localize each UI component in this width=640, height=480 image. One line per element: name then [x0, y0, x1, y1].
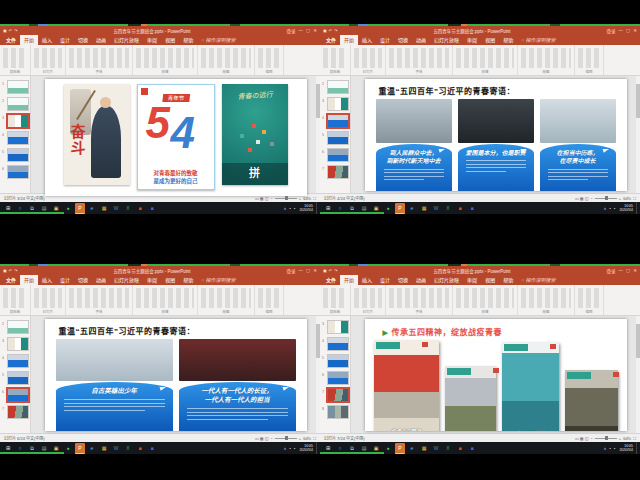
- taskbar-app-icon[interactable]: ■: [147, 443, 157, 453]
- taskbar-app-icon[interactable]: ●: [383, 443, 393, 453]
- zoom-in-button[interactable]: +: [299, 196, 301, 201]
- ribbon-group[interactable]: 字体: [66, 45, 133, 75]
- ribbon-group[interactable]: 段落: [133, 285, 198, 315]
- poster-fendou[interactable]: 奋斗: [64, 84, 130, 185]
- slide-thumbnail[interactable]: 4: [7, 354, 29, 368]
- taskbar-clock[interactable]: 10:052020/5/4: [299, 444, 313, 452]
- ribbon-tab[interactable]: 审阅: [463, 275, 481, 285]
- ribbon-controls[interactable]: [323, 288, 347, 308]
- ribbon-controls[interactable]: [3, 48, 27, 68]
- taskbar-app-icon[interactable]: ▦: [99, 203, 109, 213]
- ribbon-tab[interactable]: 动画: [92, 275, 110, 285]
- zoom-out-button[interactable]: −: [270, 196, 272, 201]
- slide-thumbnail[interactable]: 1: [7, 80, 29, 94]
- taskbar-app-icon[interactable]: W: [431, 443, 441, 453]
- ribbon-tab[interactable]: 开始: [340, 35, 358, 45]
- taskbar-app-icon[interactable]: W: [111, 203, 121, 213]
- show-desktop-button[interactable]: [636, 442, 639, 454]
- save-button[interactable]: ▣: [323, 268, 327, 273]
- taskbar-app-icon[interactable]: ■: [135, 203, 145, 213]
- fit-slide-button[interactable]: ⛶: [633, 436, 636, 441]
- ribbon-tab[interactable]: 动画: [412, 35, 430, 45]
- ribbon-group[interactable]: 绘图: [518, 285, 575, 315]
- ribbon-controls[interactable]: [354, 48, 382, 68]
- slide-thumbnail[interactable]: 6: [327, 148, 349, 162]
- ribbon-tab[interactable]: 动画: [412, 275, 430, 285]
- maximize-button[interactable]: ▢: [306, 28, 310, 33]
- ribbon-group[interactable]: 编辑: [575, 285, 604, 315]
- fit-slide-button[interactable]: ⛶: [633, 196, 636, 201]
- ribbon-group[interactable]: 剪贴板: [0, 45, 31, 75]
- ribbon-group[interactable]: 幻灯片: [351, 285, 386, 315]
- taskbar-app-icon[interactable]: P: [395, 203, 405, 214]
- undo-button[interactable]: ↶: [329, 268, 332, 273]
- zoom-slider[interactable]: [595, 198, 617, 199]
- save-button[interactable]: ▣: [3, 268, 7, 273]
- ribbon-controls[interactable]: [136, 48, 194, 68]
- slide-title[interactable]: 重温“五四百年”习近平的青春寄语：: [59, 325, 307, 336]
- vertical-scrollbar[interactable]: [636, 76, 640, 193]
- ribbon-tab[interactable]: 插入: [358, 275, 376, 285]
- ribbon-tab[interactable]: 幻灯片放映: [110, 35, 143, 45]
- sign-in-button[interactable]: 登录: [606, 268, 615, 274]
- ribbon-tab[interactable]: ○ 操作说明搜索: [517, 35, 559, 45]
- slide-thumbnail[interactable]: 3: [7, 114, 29, 128]
- ribbon-tab[interactable]: 设计: [376, 35, 394, 45]
- ribbon-tab[interactable]: ○ 操作说明搜索: [197, 275, 239, 285]
- ribbon-tab[interactable]: 审阅: [143, 275, 161, 285]
- quote-card[interactable]: 自古英雄出少年: [56, 339, 173, 431]
- ribbon-group[interactable]: 编辑: [255, 285, 284, 315]
- zoom-level[interactable]: 64%: [303, 436, 311, 441]
- ribbon-group[interactable]: 幻灯片: [351, 45, 386, 75]
- quote-card[interactable]: 一代人有一代人的长征， 一代人有一代人的担当: [179, 339, 296, 431]
- quote-card[interactable]: 在担当中历练， 在尽责中成长: [540, 99, 616, 191]
- ribbon-tab[interactable]: 开始: [340, 275, 358, 285]
- taskbar-app-icon[interactable]: ●: [63, 203, 73, 213]
- ribbon-tab[interactable]: 开始: [20, 35, 38, 45]
- slide-thumbnail[interactable]: 7: [327, 165, 349, 179]
- ribbon-tab[interactable]: 幻灯片放映: [430, 275, 463, 285]
- taskbar-app-icon[interactable]: ■: [455, 443, 465, 453]
- redo-button[interactable]: ↷: [14, 28, 17, 33]
- ribbon-group[interactable]: 字体: [386, 285, 453, 315]
- ribbon-tab[interactable]: 切换: [74, 275, 92, 285]
- system-tray-icons[interactable]: ∧ ▪ ▪: [283, 206, 296, 211]
- ribbon-tab[interactable]: 切换: [394, 35, 412, 45]
- show-desktop-button[interactable]: [316, 202, 319, 214]
- ribbon-tab[interactable]: 审阅: [463, 35, 481, 45]
- ribbon-tab[interactable]: 幻灯片放映: [110, 275, 143, 285]
- maximize-button[interactable]: ▢: [626, 28, 630, 33]
- system-tray-icons[interactable]: ∧ ▪ ▪: [603, 446, 616, 451]
- quote-card[interactable]: 到人民群众中去， 到新时代新天地中去: [376, 99, 452, 191]
- ribbon-group[interactable]: 剪贴板: [0, 285, 31, 315]
- ribbon-tab[interactable]: 文件: [322, 275, 340, 285]
- ribbon-tab[interactable]: 帮助: [179, 35, 197, 45]
- zoom-out-button[interactable]: −: [590, 196, 592, 201]
- taskbar-app-icon[interactable]: W: [111, 443, 121, 453]
- ribbon-controls[interactable]: [34, 288, 62, 308]
- ribbon-controls[interactable]: [34, 48, 62, 68]
- ribbon-group[interactable]: 幻灯片: [31, 45, 66, 75]
- redo-button[interactable]: ↷: [334, 28, 337, 33]
- ribbon-controls[interactable]: [389, 48, 449, 68]
- taskbar-app-icon[interactable]: ▦: [419, 443, 429, 453]
- taskbar-app-icon[interactable]: P: [75, 443, 85, 454]
- undo-button[interactable]: ↶: [9, 268, 12, 273]
- ribbon-tab[interactable]: 插入: [38, 35, 56, 45]
- slide-thumbnail[interactable]: 4: [7, 131, 29, 145]
- minimize-button[interactable]: —: [618, 268, 623, 273]
- ribbon-tab[interactable]: 文件: [322, 35, 340, 45]
- redo-button[interactable]: ↷: [14, 268, 17, 273]
- minimize-button[interactable]: —: [618, 28, 623, 33]
- taskbar-app-icon[interactable]: W: [431, 203, 441, 213]
- ribbon-controls[interactable]: [456, 288, 514, 308]
- undo-button[interactable]: ↶: [329, 28, 332, 33]
- taskbar-app-icon[interactable]: ■: [467, 203, 477, 213]
- save-button[interactable]: ▣: [323, 28, 327, 33]
- poster-54-youth-day[interactable]: 青年节 5 4 对青春最好的致敬 是成为更好的自己: [137, 84, 215, 190]
- quote-card[interactable]: 爱国是本分，也是职责: [458, 99, 534, 191]
- zoom-out-button[interactable]: −: [590, 436, 592, 441]
- taskbar-app-icon[interactable]: X: [443, 443, 453, 453]
- ribbon-tab[interactable]: 动画: [92, 35, 110, 45]
- ribbon-group[interactable]: 段落: [453, 45, 518, 75]
